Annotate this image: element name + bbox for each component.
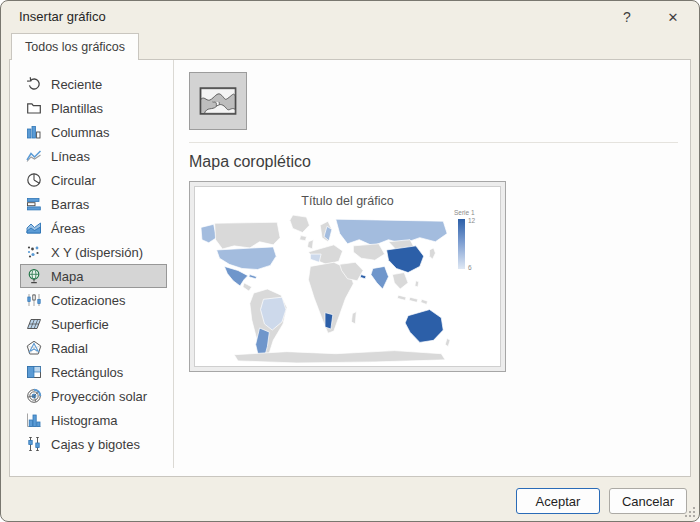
boxwhisker-chart-icon	[26, 436, 42, 452]
sidebar-item-xy-dispersion[interactable]: X Y (dispersión)	[20, 240, 167, 264]
map-globe-icon	[26, 268, 42, 284]
sidebar-item-columnas[interactable]: Columnas	[20, 120, 167, 144]
sidebar-item-label: Mapa	[51, 269, 84, 284]
all-charts-panel: Reciente Plantillas Columnas Líneas Circ…	[9, 59, 691, 477]
chart-detail-pane: Mapa coroplético Título del gráfico	[175, 60, 690, 476]
folder-icon	[26, 100, 42, 116]
sidebar-item-mapa[interactable]: Mapa	[20, 264, 167, 288]
recent-icon	[26, 76, 42, 92]
sidebar-item-label: Histograma	[51, 413, 117, 428]
sidebar-item-radial[interactable]: Radial	[20, 336, 167, 360]
insert-chart-dialog: Insertar gráfico ? ✕ Todos los gráficos …	[0, 0, 700, 522]
radar-chart-icon	[26, 340, 42, 356]
sidebar-item-superficie[interactable]: Superficie	[20, 312, 167, 336]
chart-type-list: Reciente Plantillas Columnas Líneas Circ…	[10, 60, 174, 468]
sidebar-item-label: Cajas y bigotes	[51, 437, 140, 452]
tab-strip: Todos los gráficos	[1, 33, 699, 60]
sidebar-item-label: Reciente	[51, 77, 102, 92]
sidebar-item-circular[interactable]: Circular	[20, 168, 167, 192]
title-bar: Insertar gráfico ? ✕	[1, 1, 699, 33]
chart-preview-canvas: Título del gráfico	[194, 186, 501, 367]
sidebar-item-label: Líneas	[51, 149, 90, 164]
area-chart-icon	[26, 220, 42, 236]
histogram-chart-icon	[26, 412, 42, 428]
section-divider	[189, 142, 678, 143]
chart-preview[interactable]: Título del gráfico	[189, 181, 506, 372]
legend-series-label: Serie 1	[454, 209, 494, 216]
accept-button[interactable]: Aceptar	[516, 488, 600, 514]
tab-todos-los-graficos[interactable]: Todos los gráficos	[11, 33, 139, 60]
treemap-chart-icon	[26, 364, 42, 380]
help-button[interactable]: ?	[611, 5, 643, 29]
choropleth-subtype-button[interactable]	[189, 72, 247, 130]
sidebar-item-label: Proyección solar	[51, 389, 147, 404]
stock-chart-icon	[26, 292, 42, 308]
sidebar-item-label: Plantillas	[51, 101, 103, 116]
dialog-title: Insertar gráfico	[19, 9, 106, 24]
sidebar-item-label: Radial	[51, 341, 88, 356]
sidebar-item-label: Áreas	[51, 221, 85, 236]
sidebar-item-label: Circular	[51, 173, 96, 188]
sidebar-item-barras[interactable]: Barras	[20, 192, 167, 216]
world-map-graphic	[199, 213, 453, 365]
sidebar-item-plantillas[interactable]: Plantillas	[20, 96, 167, 120]
subtype-heading: Mapa coroplético	[189, 153, 678, 171]
line-chart-icon	[26, 148, 42, 164]
dialog-footer: Aceptar Cancelar	[1, 477, 699, 521]
close-button[interactable]: ✕	[657, 5, 689, 29]
legend-min-value: 6	[468, 264, 475, 271]
sidebar-item-label: Rectángulos	[51, 365, 123, 380]
sidebar-item-label: X Y (dispersión)	[51, 245, 143, 260]
surface-chart-icon	[26, 316, 42, 332]
legend-gradient-bar	[458, 219, 465, 269]
sidebar-item-cajas-y-bigotes[interactable]: Cajas y bigotes	[20, 432, 167, 456]
column-chart-icon	[26, 124, 42, 140]
sidebar-item-label: Columnas	[51, 125, 110, 140]
map-legend: Serie 1 12 6	[452, 209, 494, 271]
pie-chart-icon	[26, 172, 42, 188]
scatter-chart-icon	[26, 244, 42, 260]
cancel-button[interactable]: Cancelar	[609, 488, 687, 514]
sidebar-item-proyeccion-solar[interactable]: Proyección solar	[20, 384, 167, 408]
preview-chart-title: Título del gráfico	[195, 194, 500, 208]
sunburst-chart-icon	[26, 388, 42, 404]
choropleth-map-icon	[199, 87, 237, 115]
sidebar-item-lineas[interactable]: Líneas	[20, 144, 167, 168]
sidebar-item-rectangulos[interactable]: Rectángulos	[20, 360, 167, 384]
bar-chart-icon	[26, 196, 42, 212]
sidebar-item-label: Cotizaciones	[51, 293, 125, 308]
sidebar-item-reciente[interactable]: Reciente	[20, 72, 167, 96]
sidebar-item-histograma[interactable]: Histograma	[20, 408, 167, 432]
resize-grip[interactable]	[684, 506, 696, 518]
sidebar-item-cotizaciones[interactable]: Cotizaciones	[20, 288, 167, 312]
sidebar-item-areas[interactable]: Áreas	[20, 216, 167, 240]
sidebar-item-label: Barras	[51, 197, 89, 212]
legend-max-value: 12	[468, 217, 475, 224]
sidebar-item-label: Superficie	[51, 317, 109, 332]
